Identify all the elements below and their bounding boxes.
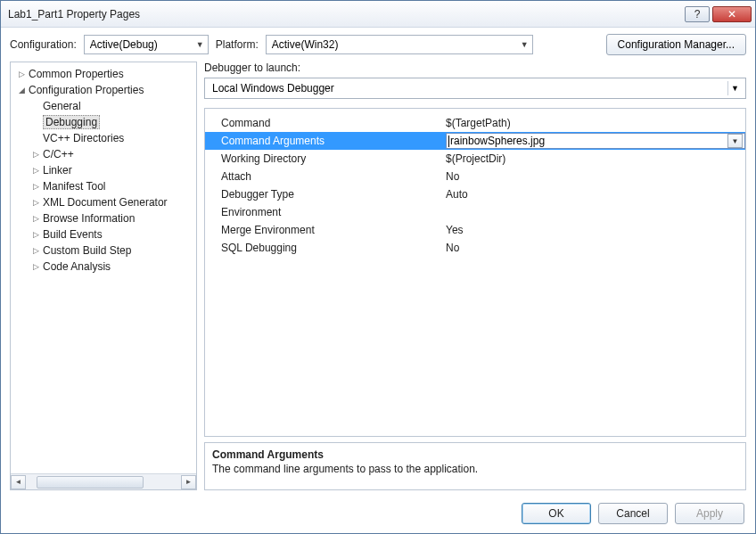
expand-icon[interactable]: ▷ (30, 246, 41, 255)
platform-value: Active(Win32) (272, 38, 339, 51)
config-toolbar: Configuration: Active(Debug) ▼ Platform:… (1, 28, 755, 62)
scroll-track[interactable] (26, 475, 181, 489)
scroll-left-icon[interactable]: ◄ (11, 475, 26, 489)
expand-icon[interactable]: ▷ (16, 70, 27, 78)
configuration-combo[interactable]: Active(Debug) ▼ (84, 35, 209, 54)
chevron-down-icon: ▼ (521, 40, 529, 49)
tree-item-xml-document-generator[interactable]: ▷XML Document Generator (12, 194, 194, 210)
apply-button[interactable]: Apply (675, 503, 744, 524)
tree-item-common-properties[interactable]: ▷Common Properties (12, 66, 194, 82)
dialog-footer: OK Cancel Apply (1, 494, 755, 533)
expand-icon[interactable]: ▷ (30, 166, 41, 175)
description-text: The command line arguments to pass to th… (212, 463, 738, 475)
description-panel: Command Arguments The command line argum… (204, 442, 746, 490)
tree-panel: ▷Common Properties ◢Configuration Proper… (10, 62, 197, 490)
platform-combo[interactable]: Active(Win32) ▼ (266, 35, 533, 54)
cancel-button[interactable]: Cancel (598, 503, 668, 524)
grid-row-environment[interactable]: Environment (205, 203, 745, 221)
ok-button[interactable]: OK (522, 503, 591, 524)
grid-row-command[interactable]: Command$(TargetPath) (205, 114, 745, 132)
debugger-to-launch-label: Debugger to launch: (204, 62, 746, 74)
expand-icon[interactable]: ▷ (30, 182, 41, 191)
scroll-right-icon[interactable]: ► (181, 475, 196, 489)
tree-item-linker[interactable]: ▷Linker (12, 162, 194, 178)
grid-row-merge-environment[interactable]: Merge EnvironmentYes (205, 221, 745, 239)
tree-item-build-events[interactable]: ▷Build Events (12, 226, 194, 242)
property-tree[interactable]: ▷Common Properties ◢Configuration Proper… (11, 62, 196, 473)
grid-row-sql-debugging[interactable]: SQL DebuggingNo (205, 239, 745, 257)
text-caret (448, 136, 449, 147)
help-icon: ? (694, 8, 701, 21)
chevron-down-icon: ▼ (196, 40, 204, 49)
configuration-manager-button[interactable]: Configuration Manager... (606, 34, 746, 55)
grid-row-debugger-type[interactable]: Debugger TypeAuto (205, 185, 745, 203)
tree-item-code-analysis[interactable]: ▷Code Analysis (12, 259, 194, 275)
grid-row-working-directory[interactable]: Working Directory$(ProjectDir) (205, 150, 745, 168)
chevron-down-icon: ▼ (727, 81, 742, 95)
tree-item-ccpp[interactable]: ▷C/C++ (12, 146, 194, 162)
configuration-value: Active(Debug) (90, 38, 158, 51)
expand-icon[interactable]: ▷ (30, 214, 41, 223)
property-grid-rows: Command$(TargetPath) Command Arguments r… (205, 109, 745, 436)
close-button[interactable]: ✕ (712, 6, 752, 22)
expand-icon[interactable]: ▷ (30, 230, 41, 239)
tree-item-debugging[interactable]: Debugging (12, 114, 194, 130)
tree-item-browse-information[interactable]: ▷Browse Information (12, 210, 194, 226)
scroll-thumb[interactable] (37, 476, 144, 489)
titlebar-buttons: ? ✕ (685, 6, 752, 22)
debugger-to-launch-combo[interactable]: Local Windows Debugger ▼ (204, 78, 746, 99)
tree-item-manifest-tool[interactable]: ▷Manifest Tool (12, 178, 194, 194)
tree-item-vcpp-directories[interactable]: VC++ Directories (12, 130, 194, 146)
platform-label: Platform: (216, 38, 259, 51)
property-pages-window: Lab1_Part1 Property Pages ? ✕ Configurat… (0, 0, 756, 534)
command-arguments-input[interactable]: rainbowSpheres.jpg▼ (446, 133, 745, 149)
right-panel: Debugger to launch: Local Windows Debugg… (204, 62, 746, 490)
expand-icon[interactable]: ▷ (30, 262, 41, 271)
help-button[interactable]: ? (685, 6, 710, 22)
debugger-value: Local Windows Debugger (212, 82, 334, 94)
collapse-icon[interactable]: ◢ (16, 86, 27, 94)
tree-item-general[interactable]: General (12, 98, 194, 114)
titlebar: Lab1_Part1 Property Pages ? ✕ (1, 1, 755, 28)
grid-row-attach[interactable]: AttachNo (205, 168, 745, 185)
tree-horizontal-scrollbar[interactable]: ◄ ► (11, 473, 196, 489)
expand-icon[interactable]: ▷ (30, 198, 41, 207)
configuration-label: Configuration: (10, 38, 77, 51)
expand-icon[interactable]: ▷ (30, 150, 41, 159)
window-title: Lab1_Part1 Property Pages (8, 8, 685, 21)
body: ▷Common Properties ◢Configuration Proper… (1, 62, 755, 494)
grid-row-command-arguments[interactable]: Command Arguments rainbowSpheres.jpg▼ (205, 132, 745, 150)
description-title: Command Arguments (212, 448, 738, 461)
close-icon: ✕ (727, 8, 736, 21)
tree-item-custom-build-step[interactable]: ▷Custom Build Step (12, 242, 194, 259)
tree-item-configuration-properties[interactable]: ◢Configuration Properties (12, 82, 194, 98)
property-grid: Command$(TargetPath) Command Arguments r… (204, 108, 746, 437)
dropdown-button[interactable]: ▼ (727, 134, 743, 148)
